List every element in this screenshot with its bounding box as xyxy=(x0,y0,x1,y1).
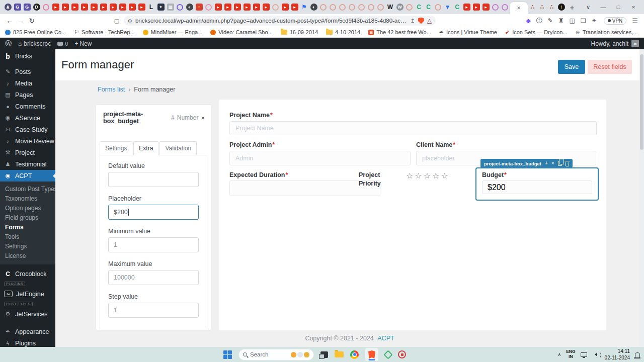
comments-bubble[interactable]: 0 xyxy=(57,41,68,47)
bookmark-translation[interactable]: ⊕ Translation services,... xyxy=(576,29,638,35)
crocoblock-tab-icon[interactable]: C xyxy=(424,0,433,14)
design-tool-tab-icon[interactable]: ✦ xyxy=(156,0,166,14)
side-panel-icon[interactable]: ◫ xyxy=(570,17,575,24)
active-tab[interactable]: × xyxy=(510,2,528,14)
sidebar-item-project[interactable]: ⚒ Project xyxy=(0,147,55,158)
sidebar-badge-plugins[interactable]: PLUGINS xyxy=(4,281,55,287)
d-site-tab-icon[interactable]: D xyxy=(32,0,41,14)
scrollbar-thumb[interactable] xyxy=(640,54,643,150)
budget-input[interactable]: $200 xyxy=(482,180,592,194)
pale-ring-tab-icon[interactable] xyxy=(433,0,443,14)
url-text[interactable]: brickscroc.local/wp-admin/admin.php?page… xyxy=(135,18,408,24)
volume-icon[interactable] xyxy=(592,351,600,357)
sidebar-item-plugins[interactable]: ϟ Plugins xyxy=(0,337,55,347)
bookmark-42-best-free[interactable]: ▦ The 42 best free Wo... xyxy=(368,29,431,35)
paw-tab-icon[interactable]: ∴ xyxy=(528,0,537,14)
sidebar-item-testimonial[interactable]: ♟ Testimonial xyxy=(0,158,55,170)
youtube-tab-icon[interactable]: ▸ xyxy=(213,0,223,14)
pink-ring-tab-icon[interactable] xyxy=(41,0,51,14)
youtube-tab-icon[interactable]: ▸ xyxy=(108,0,118,14)
editor-tab-validation[interactable]: Validation xyxy=(159,141,197,155)
youtube-tab-icon[interactable]: ▸ xyxy=(290,0,299,14)
sidebar-item-jetengine[interactable]: Jet JetEngine xyxy=(0,288,55,300)
breadcrumb-forms-list[interactable]: Forms list xyxy=(98,86,125,93)
pale-ring-tab-icon[interactable] xyxy=(328,0,338,14)
placeholder-input[interactable]: $200 xyxy=(108,205,199,220)
chip-duplicate-icon[interactable] xyxy=(558,161,562,166)
drive-tab-icon[interactable]: ▼ xyxy=(443,0,452,14)
chip-delete-icon[interactable] xyxy=(566,162,569,166)
sidebar-item-bricks[interactable]: b Bricks xyxy=(0,51,55,61)
globe-tab-icon[interactable]: ◐ xyxy=(185,0,194,14)
submenu-item-tools[interactable]: Tools xyxy=(0,232,55,241)
wallet-extension-icon[interactable]: ◆ xyxy=(526,17,531,24)
pale-ring-tab-icon[interactable] xyxy=(338,0,347,14)
site-settings-icon[interactable]: ⚙ xyxy=(128,18,132,24)
pale-ring-tab-icon[interactable] xyxy=(366,0,376,14)
start-button[interactable] xyxy=(223,350,232,359)
default-value-input[interactable] xyxy=(108,172,199,187)
file-explorer-button[interactable] xyxy=(335,351,344,357)
reload-button[interactable]: ↻ xyxy=(26,17,37,25)
site-menu[interactable]: ⌂ brickscroc xyxy=(18,40,51,47)
purple-ring-tab-icon[interactable] xyxy=(175,0,185,14)
sidebar-item-crocoblock[interactable]: C Crocoblock xyxy=(0,268,55,280)
pale-ring-tab-icon[interactable] xyxy=(318,0,328,14)
paw-tab-icon[interactable]: ∴ xyxy=(547,0,556,14)
bookmark-folder-4-10-2014[interactable]: 4-10-2014 xyxy=(326,29,360,35)
youtube-tab-icon[interactable]: ▸ xyxy=(118,0,127,14)
pale-ring-tab-icon[interactable] xyxy=(357,0,366,14)
bookmark-825-free[interactable]: 825 Free Online Co... xyxy=(5,29,66,35)
youtube-tab-icon[interactable]: ▸ xyxy=(89,0,99,14)
sidebar-item-movie-review[interactable]: ♪ Movie Review xyxy=(0,135,55,147)
sidebar-item-aservice[interactable]: ◉ AService xyxy=(0,112,55,124)
alert-tab-icon[interactable]: ! xyxy=(556,0,566,14)
editor-extension-icon[interactable]: ✎ xyxy=(548,17,553,24)
youtube-tab-icon[interactable]: ▸ xyxy=(462,0,471,14)
sidebar-item-posts[interactable]: ✎ Posts xyxy=(0,66,55,77)
reset-fields-button[interactable]: Reset fields xyxy=(588,60,632,74)
sidebar-badge-post-types[interactable]: POST TYPES xyxy=(4,301,55,307)
forward-button[interactable]: → xyxy=(15,17,26,25)
triangle-badge-icon[interactable]: △ xyxy=(427,17,432,24)
youtube-tab-icon[interactable]: ▸ xyxy=(481,0,491,14)
youtube-tab-icon[interactable]: ▸ xyxy=(223,0,232,14)
youtube-tab-icon[interactable]: ▸ xyxy=(137,0,146,14)
sidebar-item-pages[interactable]: ▤ Pages xyxy=(0,89,55,101)
expected-duration-input[interactable] xyxy=(229,180,380,196)
submenu-item-field-groups[interactable]: Field groups xyxy=(0,213,55,222)
new-content-menu[interactable]: + New xyxy=(74,40,92,47)
brave-shield-icon[interactable] xyxy=(418,18,424,24)
wikipedia-tab-icon[interactable]: W xyxy=(385,0,395,14)
star-rating[interactable]: ☆☆☆☆☆ xyxy=(406,171,450,180)
sidebar-item-jetservices[interactable]: ⚙ JetServices xyxy=(0,308,55,320)
acpt-link[interactable]: ACPT xyxy=(377,335,394,342)
budget-field-selected[interactable]: Budget* $200 xyxy=(475,167,599,201)
editor-tab-settings[interactable]: Settings xyxy=(100,141,132,155)
sidebar-item-comments[interactable]: ● Comments xyxy=(0,101,55,112)
sidebar-item-acpt[interactable]: ◉ ACPT xyxy=(0,170,55,182)
task-view-button[interactable] xyxy=(320,351,328,358)
flower-tab-icon[interactable] xyxy=(491,0,500,14)
maximum-value-input[interactable]: 100000 xyxy=(108,270,199,285)
pale-ring-tab-icon[interactable] xyxy=(405,0,414,14)
behance-tab-icon[interactable]: • xyxy=(194,0,204,14)
reading-list-icon[interactable]: ▢ xyxy=(112,18,122,24)
record-app-button[interactable] xyxy=(398,350,406,358)
google-docs-tab-icon[interactable]: G xyxy=(13,0,22,14)
clock[interactable]: 14:11 02-11-2024 xyxy=(605,348,630,361)
tab-search-icon[interactable]: ∨ xyxy=(581,1,596,14)
submenu-item-taxonomies[interactable]: Taxonomies xyxy=(0,194,55,203)
submenu-item-option-pages[interactable]: Option pages xyxy=(0,203,55,213)
youtube-tab-icon[interactable]: ▸ xyxy=(60,0,70,14)
castle-extension-icon[interactable]: ♜ xyxy=(558,17,564,24)
notifications-icon[interactable] xyxy=(635,352,640,357)
brave-button[interactable] xyxy=(365,348,378,361)
maximize-button[interactable]: □ xyxy=(611,1,626,14)
new-tab-button[interactable]: + xyxy=(566,1,578,13)
project-admin-input[interactable]: Admin xyxy=(229,151,411,165)
language-switcher[interactable]: ENG IN xyxy=(566,349,575,359)
submenu-item-custom-post-types[interactable]: Custom Post Types xyxy=(0,184,55,194)
address-bar[interactable]: ⚙ brickscroc.local/wp-admin/admin.php?pa… xyxy=(124,16,436,26)
youtube-tab-icon[interactable]: ▸ xyxy=(261,0,271,14)
